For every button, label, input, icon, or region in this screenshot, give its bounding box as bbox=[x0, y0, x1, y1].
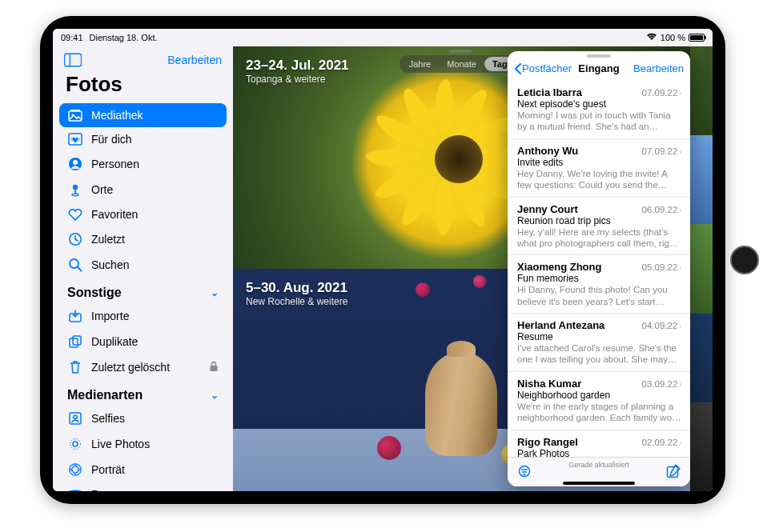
photo-thumb[interactable] bbox=[690, 224, 713, 313]
svg-point-10 bbox=[72, 194, 78, 196]
chevron-right-icon: › bbox=[677, 262, 682, 272]
sidebar-item-zuletzt-gelöscht[interactable]: Zuletzt gelöscht bbox=[59, 354, 227, 380]
places-icon bbox=[67, 182, 83, 197]
chevron-right-icon: › bbox=[677, 438, 682, 447]
photos-sidebar: Bearbeiten Fotos MediathekFür dichPerson… bbox=[53, 46, 233, 491]
mail-subject: Park Photos bbox=[517, 448, 682, 458]
sidebar-item-label: Suchen bbox=[91, 258, 129, 271]
svg-rect-3 bbox=[70, 110, 80, 111]
mail-preview: I've attached Carol's resume. She's the … bbox=[517, 342, 682, 366]
slideover-handle-icon[interactable] bbox=[449, 50, 472, 53]
live-icon bbox=[67, 437, 83, 451]
sidebar-item-personen[interactable]: Personen bbox=[59, 151, 227, 177]
mail-date: 07.09.22 bbox=[637, 146, 678, 156]
chevron-down-icon: ⌄ bbox=[211, 390, 219, 401]
photo-block-dates: 5–30. Aug. 2021 bbox=[246, 280, 347, 296]
sidebar-toggle-icon[interactable] bbox=[64, 53, 82, 67]
mail-row[interactable]: Rigo Rangel02.09.22›Park Photos bbox=[508, 430, 690, 458]
lock-icon bbox=[209, 361, 219, 374]
svg-rect-16 bbox=[73, 336, 81, 345]
sidebar-item-label: Zuletzt bbox=[91, 233, 125, 246]
sidebar-item-panoramen[interactable]: Panoramen bbox=[59, 482, 227, 491]
mail-status-text: Gerade aktualisiert bbox=[508, 461, 690, 469]
mail-row[interactable]: Xiaomeng Zhong05.09.22›Fun memoriesHi Da… bbox=[508, 255, 690, 314]
segment-months[interactable]: Monate bbox=[439, 57, 484, 71]
duplicate-icon bbox=[67, 334, 83, 349]
status-time: 09:41 bbox=[61, 33, 83, 42]
photo-strip bbox=[690, 46, 713, 491]
svg-rect-15 bbox=[70, 338, 78, 347]
photo-block-location: New Rochelle & weitere bbox=[246, 296, 347, 307]
mail-row[interactable]: Anthony Wu07.09.22›Invite editsHey Danny… bbox=[508, 139, 690, 198]
sidebar-item-selfies[interactable]: Selfies bbox=[59, 406, 227, 431]
sidebar-item-suchen[interactable]: Suchen bbox=[59, 252, 227, 278]
mail-subject: Invite edits bbox=[517, 157, 682, 168]
svg-line-13 bbox=[78, 267, 82, 271]
sidebar-item-label: Mediathek bbox=[91, 109, 143, 122]
svg-point-21 bbox=[70, 439, 81, 450]
mail-sender: Rigo Rangel bbox=[517, 436, 637, 448]
photo-thumb[interactable] bbox=[690, 46, 713, 135]
import-icon bbox=[67, 309, 83, 323]
mail-sender: Herland Antezana bbox=[517, 319, 637, 331]
mail-date: 02.09.22 bbox=[637, 438, 678, 447]
sidebar-item-live-photos[interactable]: Live Photos bbox=[59, 431, 227, 457]
mail-preview: Hi Danny, Found this photo! Can you beli… bbox=[517, 284, 682, 307]
trash-icon bbox=[67, 360, 83, 374]
sidebar-item-favoriten[interactable]: Favoriten bbox=[59, 202, 227, 226]
chevron-down-icon: ⌄ bbox=[211, 287, 219, 298]
section-sonstige[interactable]: Sonstige ⌄ bbox=[59, 278, 227, 303]
sidebar-item-zuletzt[interactable]: Zuletzt bbox=[59, 226, 227, 252]
heart-icon bbox=[67, 208, 83, 221]
photo-block-dates: 23–24. Jul. 2021 bbox=[246, 58, 349, 74]
mail-list[interactable]: Leticia Ibarra07.09.22›Next episode's gu… bbox=[508, 81, 690, 457]
sidebar-item-label: Panoramen bbox=[91, 488, 149, 491]
sidebar-item-label: Zuletzt gelöscht bbox=[91, 361, 170, 374]
mail-row[interactable]: Jenny Court06.09.22›Reunion road trip pi… bbox=[508, 198, 690, 256]
chevron-right-icon: › bbox=[677, 379, 682, 389]
svg-point-8 bbox=[73, 185, 78, 190]
home-button[interactable] bbox=[730, 246, 759, 274]
sidebar-item-mediathek[interactable]: Mediathek bbox=[59, 103, 227, 127]
portrait-icon bbox=[67, 462, 83, 477]
photos-content: 23–24. Jul. 2021 Topanga & weitere 5–30.… bbox=[233, 46, 713, 491]
clock-icon bbox=[67, 232, 83, 246]
status-date: Dienstag 18. Okt. bbox=[90, 33, 158, 42]
sidebar-item-importe[interactable]: Importe bbox=[59, 303, 227, 329]
photo-thumb[interactable] bbox=[690, 135, 713, 224]
mail-edit-button[interactable]: Bearbeiten bbox=[620, 62, 684, 74]
mail-preview: Morning! I was put in touch with Tania b… bbox=[517, 110, 682, 133]
ipad-frame: 09:41 Dienstag 18. Okt. 100 % Bearbeiten bbox=[40, 16, 725, 504]
sidebar-item-duplikate[interactable]: Duplikate bbox=[59, 329, 227, 354]
svg-point-12 bbox=[70, 259, 78, 268]
sidebar-item-für-dich[interactable]: Für dich bbox=[59, 127, 227, 151]
home-indicator[interactable] bbox=[563, 482, 635, 485]
mail-toolbar: Gerade aktualisiert bbox=[508, 457, 690, 486]
photo-thumb[interactable] bbox=[690, 402, 713, 491]
sidebar-edit-button[interactable]: Bearbeiten bbox=[167, 54, 222, 66]
mail-row[interactable]: Leticia Ibarra07.09.22›Next episode's gu… bbox=[508, 81, 690, 139]
mail-sender: Leticia Ibarra bbox=[517, 86, 637, 98]
status-bar: 09:41 Dienstag 18. Okt. 100 % bbox=[53, 29, 713, 46]
chevron-right-icon: › bbox=[677, 205, 682, 214]
sidebar-item-label: Importe bbox=[91, 310, 129, 322]
sidebar-item-orte[interactable]: Orte bbox=[59, 177, 227, 202]
svg-point-7 bbox=[73, 160, 78, 165]
mail-row[interactable]: Herland Antezana04.09.22›ResumeI've atta… bbox=[508, 314, 690, 372]
mail-back-button[interactable]: Postfächer bbox=[514, 62, 578, 74]
sidebar-item-label: Live Photos bbox=[91, 438, 150, 450]
mail-subject: Neighborhood garden bbox=[517, 390, 682, 401]
photo-thumb[interactable] bbox=[690, 314, 713, 402]
svg-rect-18 bbox=[70, 413, 81, 424]
search-icon bbox=[67, 258, 83, 272]
mail-date: 03.09.22 bbox=[637, 379, 678, 389]
segment-years[interactable]: Jahre bbox=[401, 57, 440, 71]
mail-date: 06.09.22 bbox=[637, 205, 678, 214]
mail-sender: Jenny Court bbox=[517, 203, 637, 215]
mail-row[interactable]: Nisha Kumar03.09.22›Neighborhood gardenW… bbox=[508, 372, 690, 430]
section-medienarten[interactable]: Medienarten ⌄ bbox=[59, 380, 227, 406]
sidebar-item-label: Duplikate bbox=[91, 335, 138, 348]
sidebar-item-label: Personen bbox=[91, 158, 139, 170]
mail-slideover: Postfächer Eingang Bearbeiten Leticia Ib… bbox=[508, 51, 690, 486]
sidebar-item-porträt[interactable]: Porträt bbox=[59, 457, 227, 482]
